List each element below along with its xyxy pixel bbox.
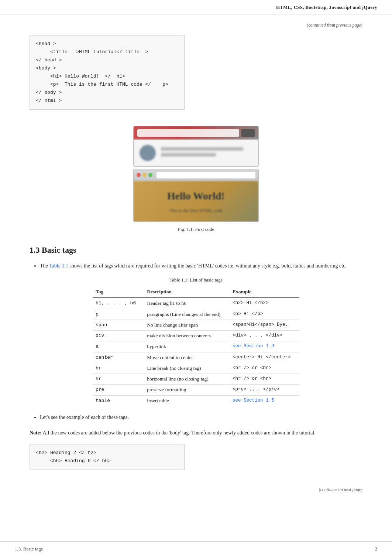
page-header-title: HTML, CSS, Bootstrap, Javascript and jQu… — [276, 4, 377, 11]
code-line-4: <body > — [36, 64, 178, 72]
example-hr: <hr /> or <hr> — [230, 374, 299, 385]
mock-text-area — [161, 147, 252, 159]
tag-hr: hr — [93, 374, 144, 385]
desc-br: Line break (no closing tag) — [144, 363, 230, 373]
continues-next-note: (continues on next page) — [30, 486, 362, 493]
mock-line-1 — [161, 147, 243, 151]
figure-1-1: Hello World! This is the first HTML code… — [30, 126, 362, 233]
desc-center: Move content to center — [144, 352, 230, 363]
footer-page-number: 2 — [375, 545, 378, 553]
browser-top-bar — [134, 126, 258, 140]
table-1-1-link[interactable]: Table 1.1 — [49, 263, 68, 269]
browser-content-top — [134, 140, 258, 166]
browser-chrome-bar — [134, 169, 258, 181]
tag-a: a — [93, 341, 144, 352]
desc-hr: horizontal line (no closing tag) — [144, 374, 230, 385]
code-line-3: </ head > — [36, 56, 178, 64]
browser-hello-world-body: Hello World! This is the first HTML code — [134, 181, 258, 222]
code-line-8: </ html > — [36, 97, 178, 105]
note-block: Note: All the new codes are added below … — [30, 429, 362, 437]
code-line-2: <title >HTML Tutorial</ title > — [36, 48, 178, 56]
desc-p: paragraphs (Line changes at the end) — [144, 309, 230, 320]
figure-images: Hello World! This is the first HTML code — [133, 126, 259, 222]
desc-div: make division between contents — [144, 331, 230, 341]
browser-btn-max — [148, 173, 152, 177]
bullet-2-text: Let's see the example of each of these t… — [40, 415, 129, 420]
table-row: hr horizontal line (no closing tag) <hr … — [93, 374, 299, 385]
code2-line-1: <h2> Heading 2 </ h2> — [36, 449, 178, 457]
note-label: Note: — [30, 430, 42, 436]
browser-mockup-bottom: Hello World! This is the first HTML code — [133, 169, 259, 222]
section-number: 1.3 — [30, 245, 40, 255]
section-title: Basic tags — [42, 245, 76, 255]
example-center: <center> Hi </center> — [230, 352, 299, 363]
col-tag: Tag — [93, 286, 144, 298]
bullet-1-after: shows the list of tags which are require… — [69, 263, 346, 269]
tag-h1-h6: h1, . . . , h6 — [93, 298, 144, 309]
tag-center: center — [93, 352, 144, 363]
tag-table: table — [93, 395, 144, 406]
bullet-list-2: Let's see the example of each of these t… — [30, 413, 362, 422]
table-row: div make division between contents <div>… — [93, 331, 299, 341]
page-header: HTML, CSS, Bootstrap, Javascript and jQu… — [0, 0, 392, 14]
table-row: a hyperlink see Section 1.9 — [93, 341, 299, 352]
col-description: Description — [144, 286, 230, 298]
tag-br: br — [93, 363, 144, 373]
basic-tags-table: Tag Description Example h1, . . . , h6 H… — [93, 286, 299, 406]
hello-world-subtitle: This is the first HTML code — [169, 207, 223, 214]
example-br: <br /> or <br> — [230, 363, 299, 373]
page-footer: 1.3. Basic tags 2 — [0, 541, 392, 556]
table-row: pre preserve formatting <pre> .... </pre… — [93, 385, 299, 395]
table-row: table insert table see Section 1.5 — [93, 395, 299, 406]
table-1-1-wrapper: Table 1.1: List of basic tags Tag Descri… — [30, 276, 362, 406]
figure-caption: Fig. 1.1: First code — [178, 226, 214, 233]
code-block-2: <h2> Heading 2 </ h2> <h6> Heading 6 </ … — [30, 444, 185, 470]
page: HTML, CSS, Bootstrap, Javascript and jQu… — [0, 0, 392, 556]
browser-action-btn — [241, 129, 255, 137]
table-caption: Table 1.1: List of basic tags — [169, 276, 223, 284]
hello-world-heading: Hello World! — [167, 188, 225, 204]
desc-span: No line change after span — [144, 320, 230, 330]
tag-div: div — [93, 331, 144, 341]
bullet-item-2: Let's see the example of each of these t… — [40, 413, 362, 422]
example-pre: <pre> .... </pre> — [230, 385, 299, 395]
note-text: All the new codes are added below the pr… — [42, 430, 315, 436]
table-row: center Move content to center <center> H… — [93, 352, 299, 363]
desc-pre: preserve formatting — [144, 385, 230, 395]
table-row: h1, . . . , h6 Header tag h1 to h6 <h2> … — [93, 298, 299, 309]
mock-avatar — [140, 145, 156, 161]
code-line-7: </ body > — [36, 89, 178, 97]
section-1-3-heading: 1.3 Basic tags — [30, 244, 362, 256]
example-span: <span>Hi</span> Bye. — [230, 320, 299, 330]
browser-btn-close — [137, 173, 141, 177]
code-block-1: <head > <title >HTML Tutorial</ title > … — [30, 35, 185, 110]
example-h1-h6: <h2> Hi </h2> — [230, 298, 299, 309]
continued-from-note: (continued from previous page) — [30, 22, 362, 28]
example-p: <p> Hi </p> — [230, 309, 299, 320]
browser-btn-min — [142, 173, 147, 177]
table-row: span No line change after span <span>Hi<… — [93, 320, 299, 330]
browser-url-input — [157, 172, 255, 178]
example-div: <div> . . . </div> — [230, 331, 299, 341]
bullet-item-1: The Table 1.1 shows the list of tags whi… — [40, 262, 362, 270]
tag-span: span — [93, 320, 144, 330]
table-row: br Line break (no closing tag) <br /> or… — [93, 363, 299, 373]
main-content: (continued from previous page) <head > <… — [0, 14, 392, 508]
col-example: Example — [230, 286, 299, 298]
code-line-5: <h1> Hello World! </ h1> — [36, 72, 178, 81]
footer-section-label: 1.3. Basic tags — [15, 545, 43, 553]
bullet-1-before: The — [40, 263, 49, 269]
desc-a: hyperlink — [144, 341, 230, 352]
browser-mockup-top — [133, 126, 259, 167]
table-header-row: Tag Description Example — [93, 286, 299, 298]
bullet-list: The Table 1.1 shows the list of tags whi… — [30, 262, 362, 270]
desc-h1-h6: Header tag h1 to h6 — [144, 298, 230, 309]
browser-url-bar — [137, 129, 239, 137]
example-table: see Section 1.5 — [230, 395, 299, 406]
code-line-1: <head > — [36, 40, 178, 48]
desc-table: insert table — [144, 395, 230, 406]
example-a: see Section 1.9 — [230, 341, 299, 352]
table-row: p paragraphs (Line changes at the end) <… — [93, 309, 299, 320]
tag-pre: pre — [93, 385, 144, 395]
mock-line-2 — [161, 153, 216, 157]
